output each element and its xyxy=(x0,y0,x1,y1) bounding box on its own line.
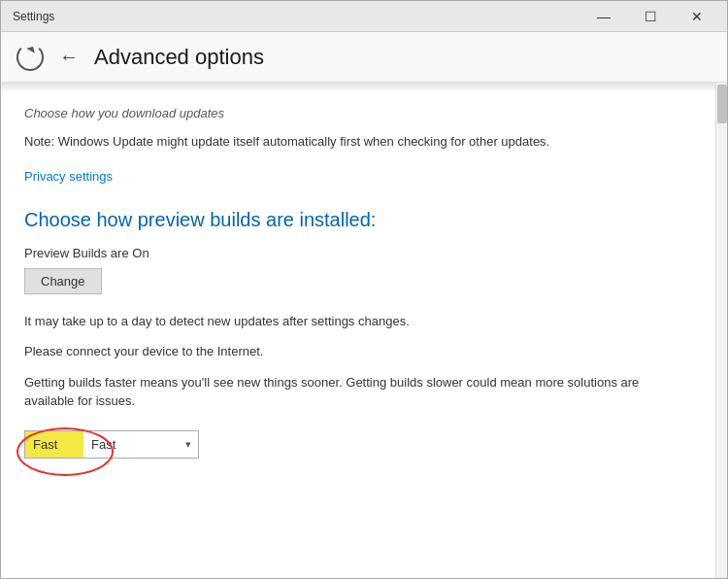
build-speed-dropdown-wrapper: Fast Slow Fast ▾ xyxy=(24,430,199,459)
description-1: It may take up to a day to detect new up… xyxy=(24,312,692,331)
preview-builds-status: Preview Builds are On xyxy=(24,246,692,260)
description-3: Getting builds faster means you'll see n… xyxy=(24,373,692,411)
content-inner: Choose how you download updates Note: Wi… xyxy=(1,90,715,578)
maximize-button[interactable]: ☐ xyxy=(628,1,673,32)
description-2: Please connect your device to the Intern… xyxy=(24,342,692,361)
window-title: Settings xyxy=(13,10,54,23)
close-button[interactable]: ✕ xyxy=(675,1,719,32)
scrollbar-track[interactable] xyxy=(715,83,727,578)
back-button[interactable]: ← xyxy=(55,42,83,72)
privacy-settings-link[interactable]: Privacy settings xyxy=(24,169,113,184)
titlebar: Settings — ☐ ✕ xyxy=(1,1,727,32)
change-button[interactable]: Change xyxy=(24,268,102,294)
refresh-icon[interactable] xyxy=(17,44,44,71)
main-area: Choose how you download updates Note: Wi… xyxy=(1,83,727,578)
scrollbar-thumb[interactable] xyxy=(717,85,727,123)
content-area: Choose how you download updates Note: Wi… xyxy=(1,83,715,578)
window-controls: — ☐ ✕ xyxy=(581,1,719,32)
build-speed-dropdown[interactable]: Fast Slow xyxy=(24,430,199,459)
scroll-indicator xyxy=(1,83,715,90)
header-bar: ← Advanced options xyxy=(1,32,727,83)
section-title: Choose how preview builds are installed: xyxy=(24,207,692,232)
note-text: Note: Windows Update might update itself… xyxy=(24,132,692,152)
minimize-button[interactable]: — xyxy=(581,1,626,32)
page-title: Advanced options xyxy=(94,45,264,70)
scrolled-section-label: Choose how you download updates xyxy=(24,106,692,120)
settings-window: Settings — ☐ ✕ ← Advanced options Choose… xyxy=(0,0,728,579)
